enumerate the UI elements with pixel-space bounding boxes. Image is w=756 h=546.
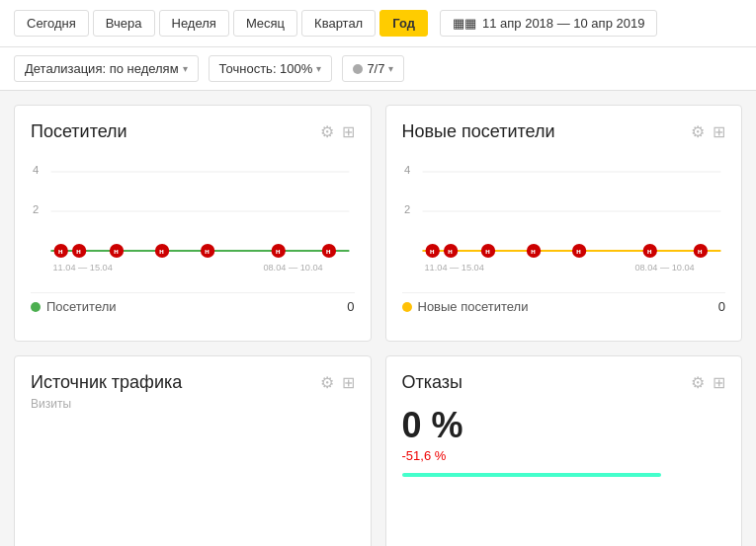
visitors-legend: Посетители 0 xyxy=(31,292,355,314)
svg-text:н: н xyxy=(530,247,535,256)
bounce-value: 0 % xyxy=(402,405,726,446)
date-range-text: 11 апр 2018 — 10 апр 2019 xyxy=(482,16,644,31)
svg-text:11.04 — 15.04: 11.04 — 15.04 xyxy=(53,263,113,273)
widget-bounces-header: Отказы ⚙ ⊞ xyxy=(402,372,726,393)
svg-text:4: 4 xyxy=(33,164,39,176)
visitors-legend-label: Посетители xyxy=(46,299,117,314)
grid-icon[interactable]: ⊞ xyxy=(342,122,355,141)
svg-text:н: н xyxy=(429,247,434,256)
svg-text:н: н xyxy=(697,247,702,256)
detail-label: Детализация: по неделям xyxy=(25,61,179,76)
filters-bar: Детализация: по неделям ▾ Точность: 100%… xyxy=(0,47,756,91)
svg-text:н: н xyxy=(276,247,281,256)
accuracy-chevron: ▾ xyxy=(316,63,321,74)
segments-dropdown[interactable]: 7/7 ▾ xyxy=(342,55,404,82)
widget-visitors: Посетители ⚙ ⊞ 4 2 11.04 — 15.04 08.04 —… xyxy=(14,105,372,342)
svg-text:08.04 — 10.04: 08.04 — 10.04 xyxy=(263,263,322,273)
svg-text:н: н xyxy=(159,247,164,256)
detail-chevron: ▾ xyxy=(183,63,188,74)
grid-icon[interactable]: ⊞ xyxy=(342,373,355,392)
new-visitors-legend-value: 0 xyxy=(718,299,725,314)
widget-new-visitors: Новые посетители ⚙ ⊞ 4 2 11.04 — 15.04 0… xyxy=(385,105,743,342)
widget-visitors-title: Посетители xyxy=(31,121,127,142)
segment-dot xyxy=(353,64,363,74)
widget-bounces: Отказы ⚙ ⊞ 0 % -51,6 % xyxy=(385,355,743,546)
svg-text:н: н xyxy=(58,247,63,256)
new-visitors-legend-left: Новые посетители xyxy=(402,299,529,314)
widget-bounces-controls: ⚙ ⊞ xyxy=(691,373,725,392)
widget-new-visitors-header: Новые посетители ⚙ ⊞ xyxy=(402,121,726,142)
widget-traffic-source-header: Источник трафика ⚙ ⊞ xyxy=(31,372,355,393)
widget-traffic-source-controls: ⚙ ⊞ xyxy=(320,373,355,392)
widget-traffic-source: Источник трафика ⚙ ⊞ Визиты xyxy=(14,355,372,546)
svg-text:2: 2 xyxy=(404,203,410,215)
svg-text:н: н xyxy=(114,247,119,256)
widget-new-visitors-controls: ⚙ ⊞ xyxy=(691,122,725,141)
accuracy-dropdown[interactable]: Точность: 100% ▾ xyxy=(209,55,333,82)
bounce-change: -51,6 % xyxy=(402,448,726,463)
svg-text:2: 2 xyxy=(33,203,39,215)
grid-icon[interactable]: ⊞ xyxy=(713,122,725,141)
svg-text:н: н xyxy=(484,247,489,256)
btn-month[interactable]: Месяц xyxy=(233,10,297,37)
widget-visitors-header: Посетители ⚙ ⊞ xyxy=(31,121,355,142)
widget-new-visitors-title: Новые посетители xyxy=(402,121,555,142)
new-visitors-legend-dot xyxy=(402,302,412,312)
svg-text:н: н xyxy=(576,247,581,256)
detail-dropdown[interactable]: Детализация: по неделям ▾ xyxy=(14,55,199,82)
segments-chevron: ▾ xyxy=(388,63,393,74)
grid-icon[interactable]: ⊞ xyxy=(713,373,725,392)
traffic-chart xyxy=(31,423,355,546)
gear-icon[interactable]: ⚙ xyxy=(320,122,334,141)
widget-visitors-controls: ⚙ ⊞ xyxy=(320,122,355,141)
visitors-legend-left: Посетители xyxy=(31,299,117,314)
svg-text:08.04 — 10.04: 08.04 — 10.04 xyxy=(634,263,694,273)
top-bar: Сегодня Вчера Неделя Месяц Квартал Год ▦… xyxy=(0,0,756,47)
svg-text:н: н xyxy=(326,247,331,256)
visitors-chart: 4 2 11.04 — 15.04 08.04 — 10.04 н н н xyxy=(31,154,355,282)
btn-quarter[interactable]: Квартал xyxy=(301,10,376,37)
gear-icon[interactable]: ⚙ xyxy=(320,373,334,392)
traffic-subtitle: Визиты xyxy=(31,397,355,411)
accuracy-label: Точность: 100% xyxy=(219,61,313,76)
btn-yesterday[interactable]: Вчера xyxy=(93,10,155,37)
new-visitors-legend: Новые посетители 0 xyxy=(402,292,726,314)
visitors-legend-dot xyxy=(31,302,41,312)
svg-text:н: н xyxy=(448,247,453,256)
widget-traffic-source-title: Источник трафика xyxy=(31,372,182,393)
date-range-picker[interactable]: ▦▦ 11 апр 2018 — 10 апр 2019 xyxy=(440,10,657,37)
svg-text:н: н xyxy=(76,247,81,256)
svg-text:4: 4 xyxy=(404,164,410,176)
new-visitors-chart: 4 2 11.04 — 15.04 08.04 — 10.04 н н н н xyxy=(402,154,726,282)
btn-week[interactable]: Неделя xyxy=(159,10,229,37)
btn-today[interactable]: Сегодня xyxy=(14,10,89,37)
calendar-icon: ▦▦ xyxy=(453,16,476,31)
gear-icon[interactable]: ⚙ xyxy=(691,122,705,141)
svg-text:11.04 — 15.04: 11.04 — 15.04 xyxy=(424,263,483,273)
new-visitors-legend-label: Новые посетители xyxy=(418,299,529,314)
svg-text:н: н xyxy=(646,247,651,256)
visitors-legend-value: 0 xyxy=(347,299,354,314)
segments-label: 7/7 xyxy=(367,61,384,76)
gear-icon[interactable]: ⚙ xyxy=(691,373,705,392)
widget-bounces-title: Отказы xyxy=(402,372,463,393)
svg-text:н: н xyxy=(205,247,210,256)
widgets-container: Посетители ⚙ ⊞ 4 2 11.04 — 15.04 08.04 —… xyxy=(0,91,756,546)
btn-year[interactable]: Год xyxy=(379,10,428,37)
bounce-bar xyxy=(402,473,661,477)
